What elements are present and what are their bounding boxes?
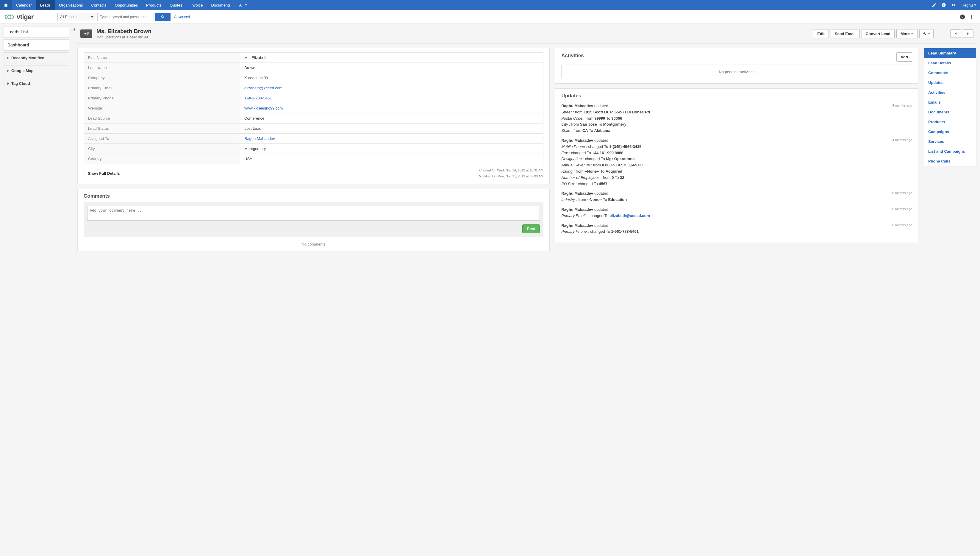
edit-button[interactable]: Edit <box>813 29 829 39</box>
convert-lead-button[interactable]: Convert Lead <box>862 29 894 39</box>
chevron-down-icon <box>974 5 977 6</box>
vtiger-logo[interactable]: vtiger <box>4 13 34 21</box>
svg-rect-10 <box>87 34 88 35</box>
svg-text:i: i <box>943 3 944 6</box>
sidebar-google-map[interactable]: Google Map <box>3 65 69 76</box>
triangle-right-icon <box>7 70 9 72</box>
update-link[interactable]: elizabeth@xceed.com <box>609 213 650 218</box>
field-label: Lead Source <box>84 113 240 123</box>
field-link[interactable]: www.x-ceedinc99.com <box>244 106 283 110</box>
add-icon[interactable] <box>967 14 976 20</box>
pencil-icon[interactable] <box>929 0 939 10</box>
advanced-search-link[interactable]: Advanced <box>174 15 190 19</box>
update-time: 6 months ago <box>892 191 912 196</box>
chevron-down-icon <box>245 5 247 6</box>
nav-all[interactable]: All <box>235 0 251 10</box>
field-link[interactable]: Raghu Mahaadev <box>244 136 275 141</box>
field-value: Conference <box>240 113 543 123</box>
user-menu[interactable]: Raghu <box>958 0 980 10</box>
field-label: Primary Email <box>84 83 240 93</box>
related-documents[interactable]: Documents <box>924 107 976 117</box>
details-card: First NameMs. ElizabethLast NameBrownCom… <box>77 48 550 184</box>
related-emails[interactable]: Emails <box>924 97 976 107</box>
left-sidebar: Leads ListDashboardRecently ModifiedGoog… <box>0 24 73 262</box>
comments-title: Comments <box>84 193 543 199</box>
field-label: Country <box>84 154 240 164</box>
help-icon[interactable]: ? <box>958 14 967 20</box>
no-comments: No comments <box>84 242 543 246</box>
field-value: Brown <box>240 63 543 73</box>
related-services[interactable]: Services <box>924 137 976 146</box>
related-campaigns[interactable]: Campaigns <box>924 127 976 137</box>
update-entry: 4 months agoRaghu Mahaadev updatedMobile… <box>561 137 912 187</box>
record-header: Ms. Elizabeth Brown Mgr Operations at X-… <box>77 26 977 44</box>
nav-invoice[interactable]: Invoice <box>186 0 207 10</box>
record-subtitle: Mgr Operations at X-ceed inc 99 <box>97 35 152 39</box>
records-scope-select[interactable]: All Records <box>57 13 96 21</box>
related-comments[interactable]: Comments <box>924 68 976 78</box>
svg-point-7 <box>84 33 86 34</box>
related-activities[interactable]: Activities <box>924 87 976 97</box>
nav-quotes[interactable]: Quotes <box>165 0 186 10</box>
next-record-button[interactable] <box>963 29 974 38</box>
search-input[interactable] <box>97 13 154 21</box>
field-link[interactable]: elizabeth@xceed.com <box>244 86 283 90</box>
post-comment-button[interactable]: Post <box>522 225 540 233</box>
related-list-and-campaigns[interactable]: List and Campaigns <box>924 146 976 156</box>
update-entry: 6 months agoRaghu Mahaadev updatedPrimar… <box>561 223 912 235</box>
search-button[interactable] <box>155 13 171 21</box>
search-bar: vtiger All Records Advanced ? <box>0 10 980 24</box>
nav-leads[interactable]: Leads <box>36 0 55 10</box>
add-activity-button[interactable]: Add <box>896 52 912 61</box>
update-time: 4 months ago <box>892 137 912 143</box>
update-time: 6 months ago <box>892 207 912 212</box>
related-lead-summary[interactable]: Lead Summary <box>924 48 976 58</box>
collapse-sidebar-icon[interactable] <box>73 24 76 262</box>
nav-contacts[interactable]: Contacts <box>87 0 110 10</box>
chevron-down-icon <box>928 33 930 34</box>
sidebar-dashboard[interactable]: Dashboard <box>3 39 69 51</box>
chevron-down-icon <box>911 33 913 34</box>
related-products[interactable]: Products <box>924 117 976 127</box>
comment-textarea[interactable] <box>87 206 540 221</box>
sidebar-recently-modified[interactable]: Recently Modified <box>3 52 69 63</box>
svg-text:?: ? <box>961 15 963 19</box>
nav-documents[interactable]: Documents <box>207 0 235 10</box>
lead-icon <box>80 29 92 38</box>
prev-record-button[interactable] <box>950 29 961 38</box>
related-lead-details[interactable]: Lead Details <box>924 58 976 68</box>
tools-button[interactable] <box>919 29 933 38</box>
gear-icon[interactable] <box>948 0 958 10</box>
nav-organizations[interactable]: Organizations <box>55 0 87 10</box>
triangle-right-icon <box>7 82 9 85</box>
show-full-details-button[interactable]: Show Full Details <box>84 169 124 178</box>
field-label: City <box>84 144 240 154</box>
update-entry: 6 months agoRaghu Mahaadev updatedPrimar… <box>561 207 912 219</box>
activities-title: Activities <box>561 53 584 59</box>
related-updates[interactable]: Updates <box>924 78 976 87</box>
sidebar-tag-cloud[interactable]: Tag Cloud <box>3 78 69 89</box>
nav-products[interactable]: Products <box>142 0 165 10</box>
home-icon[interactable] <box>0 0 12 10</box>
info-icon[interactable]: i <box>939 0 948 10</box>
field-label: Last Name <box>84 63 240 73</box>
field-label: Primary Phone <box>84 93 240 103</box>
record-title: Ms. Elizabeth Brown <box>97 28 152 34</box>
update-time: 6 months ago <box>892 223 912 228</box>
nav-calendar[interactable]: Calendar <box>12 0 36 10</box>
nav-opportunities[interactable]: Opportunities <box>111 0 142 10</box>
more-button[interactable]: More <box>896 29 917 39</box>
field-value: www.x-ceedinc99.com <box>240 103 543 113</box>
created-on: Created On Wed, Nov 14, 2012 at 10:31 AM <box>479 168 543 173</box>
field-value: elizabeth@xceed.com <box>240 83 543 93</box>
field-value: Ms. Elizabeth <box>240 53 543 63</box>
field-value: 1-961-788-5461 <box>240 93 543 103</box>
field-label: Company <box>84 73 240 83</box>
send-email-button[interactable]: Send Email <box>831 29 860 39</box>
modified-on: Modified On Mon, Nov 11, 2013 at 09:03 A… <box>479 173 543 179</box>
activities-card: Activities Add No pending activities <box>555 48 919 84</box>
related-phone-calls[interactable]: Phone Calls <box>924 156 976 166</box>
sidebar-leads-list[interactable]: Leads List <box>3 26 69 37</box>
field-label: Assigned To <box>84 134 240 144</box>
field-link[interactable]: 1-961-788-5461 <box>244 96 272 100</box>
